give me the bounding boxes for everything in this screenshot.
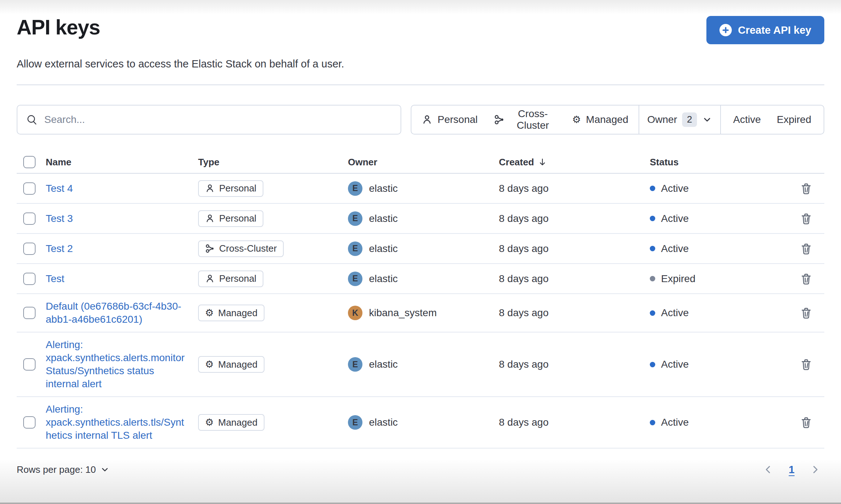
- table-row: Alerting: xpack.synthetics.alerts.tls/Sy…: [17, 397, 824, 449]
- row-checkbox[interactable]: [23, 416, 36, 429]
- owner-name: elastic: [369, 243, 398, 255]
- table-row: Test 3 Personal Eelastic 8 days ago Acti…: [17, 204, 824, 234]
- rows-per-page-label: Rows per page: 10: [17, 464, 96, 475]
- table-row: Test 2 Cross-Cluster Eelastic 8 days ago…: [17, 234, 824, 264]
- row-checkbox[interactable]: [23, 182, 36, 195]
- table-row: Test Personal Eelastic 8 days ago Expire…: [17, 264, 824, 294]
- filter-owner[interactable]: Owner 2: [639, 106, 720, 134]
- table-row: Test 4 Personal Eelastic 8 days ago Acti…: [17, 174, 824, 204]
- sort-arrow-down-icon: [538, 157, 547, 167]
- status-dot: [650, 216, 655, 221]
- page-1-link[interactable]: 1: [789, 464, 795, 476]
- search-input[interactable]: [44, 114, 392, 125]
- status-label: Active: [661, 417, 689, 428]
- created-cell: 8 days ago: [499, 183, 650, 194]
- user-icon: [205, 274, 215, 284]
- api-keys-table: Name Type Owner Created Status Test 4 Pe…: [17, 151, 824, 449]
- toolbar: Personal Cross-Cluster ⚙︎ Managed Owner …: [17, 105, 824, 135]
- rows-per-page-button[interactable]: Rows per page: 10: [17, 464, 110, 475]
- cluster-icon: [205, 244, 215, 253]
- row-checkbox[interactable]: [23, 273, 36, 285]
- type-badge: ⚙︎Managed: [198, 356, 264, 373]
- api-key-name-link[interactable]: Test 4: [46, 182, 73, 195]
- gear-icon: ⚙︎: [572, 115, 581, 125]
- status-label: Active: [661, 307, 689, 319]
- page-header: API keys Create API key: [17, 0, 824, 44]
- owner-name: elastic: [369, 213, 398, 224]
- filter-owner-label: Owner: [647, 114, 677, 125]
- delete-button[interactable]: [798, 414, 814, 430]
- prev-page-button[interactable]: [763, 464, 774, 475]
- api-key-name-link[interactable]: Default (0e67686b-63cf-4b30-abb1-a46be61…: [46, 300, 189, 326]
- column-header-created[interactable]: Created: [499, 157, 650, 168]
- filter-cross-cluster[interactable]: Cross-Cluster: [486, 106, 564, 134]
- chevron-right-icon: [810, 464, 821, 475]
- next-page-button[interactable]: [810, 464, 821, 475]
- status-label: Active: [661, 213, 689, 224]
- select-all-checkbox[interactable]: [23, 156, 36, 168]
- delete-button[interactable]: [798, 241, 814, 257]
- api-keys-page: API keys Create API key Allow external s…: [0, 0, 841, 481]
- table-pagination: Rows per page: 10 1: [17, 458, 824, 481]
- chevron-down-icon: [702, 115, 712, 125]
- table-header-row: Name Type Owner Created Status: [17, 151, 824, 174]
- row-checkbox[interactable]: [23, 358, 36, 371]
- page-subtitle: Allow external services to access the El…: [17, 58, 824, 70]
- delete-button[interactable]: [798, 305, 814, 321]
- delete-button[interactable]: [798, 211, 814, 227]
- user-icon: [205, 183, 215, 193]
- type-badge: ⚙︎Managed: [198, 305, 264, 321]
- status-label: Active: [661, 183, 689, 194]
- status-dot: [650, 246, 655, 251]
- plus-icon: [719, 24, 732, 36]
- avatar: E: [348, 241, 362, 256]
- avatar: E: [348, 357, 362, 372]
- search-box[interactable]: [17, 105, 401, 135]
- filter-expired-label: Expired: [777, 114, 811, 125]
- row-checkbox[interactable]: [23, 243, 36, 255]
- filter-active-label: Active: [733, 114, 761, 125]
- row-checkbox[interactable]: [23, 307, 36, 319]
- delete-button[interactable]: [798, 271, 814, 287]
- row-checkbox[interactable]: [23, 212, 36, 225]
- delete-button[interactable]: [798, 181, 814, 197]
- api-key-name-link[interactable]: Test: [46, 272, 64, 285]
- status-dot: [650, 362, 655, 367]
- status-label: Active: [661, 359, 689, 370]
- create-api-key-label: Create API key: [738, 24, 811, 36]
- created-cell: 8 days ago: [499, 307, 650, 319]
- search-icon: [26, 114, 38, 125]
- header-divider: [17, 84, 824, 85]
- type-badge: ⚙︎Managed: [198, 414, 264, 431]
- column-header-owner[interactable]: Owner: [348, 157, 499, 168]
- avatar: K: [348, 306, 362, 320]
- filter-managed[interactable]: ⚙︎ Managed: [564, 106, 636, 134]
- created-cell: 8 days ago: [499, 243, 650, 255]
- owner-filter-section: Owner 2: [639, 106, 720, 134]
- filter-active[interactable]: Active: [725, 106, 769, 134]
- column-header-name[interactable]: Name: [46, 157, 198, 168]
- avatar: E: [348, 272, 362, 286]
- type-filters: Personal Cross-Cluster ⚙︎ Managed: [411, 106, 639, 134]
- api-key-name-link[interactable]: Alerting: xpack.synthetics.alerts.monito…: [46, 338, 189, 391]
- delete-button[interactable]: [798, 356, 814, 372]
- api-key-name-link[interactable]: Alerting: xpack.synthetics.alerts.tls/Sy…: [46, 403, 189, 442]
- user-icon: [205, 214, 215, 223]
- gear-icon: ⚙︎: [205, 360, 214, 369]
- filter-personal[interactable]: Personal: [414, 106, 486, 134]
- column-header-status[interactable]: Status: [650, 157, 798, 168]
- created-cell: 8 days ago: [499, 213, 650, 224]
- avatar: E: [348, 181, 362, 196]
- create-api-key-button[interactable]: Create API key: [706, 16, 824, 44]
- status-dot: [650, 276, 655, 281]
- table-row: Alerting: xpack.synthetics.alerts.monito…: [17, 332, 824, 397]
- page-title: API keys: [17, 16, 100, 39]
- avatar: E: [348, 211, 362, 226]
- status-label: Expired: [661, 273, 696, 285]
- api-key-name-link[interactable]: Test 3: [46, 212, 73, 225]
- column-header-type[interactable]: Type: [198, 157, 348, 168]
- api-key-name-link[interactable]: Test 2: [46, 242, 73, 255]
- filter-expired[interactable]: Expired: [769, 106, 819, 134]
- type-badge: Cross-Cluster: [198, 240, 284, 257]
- chevron-left-icon: [763, 464, 774, 475]
